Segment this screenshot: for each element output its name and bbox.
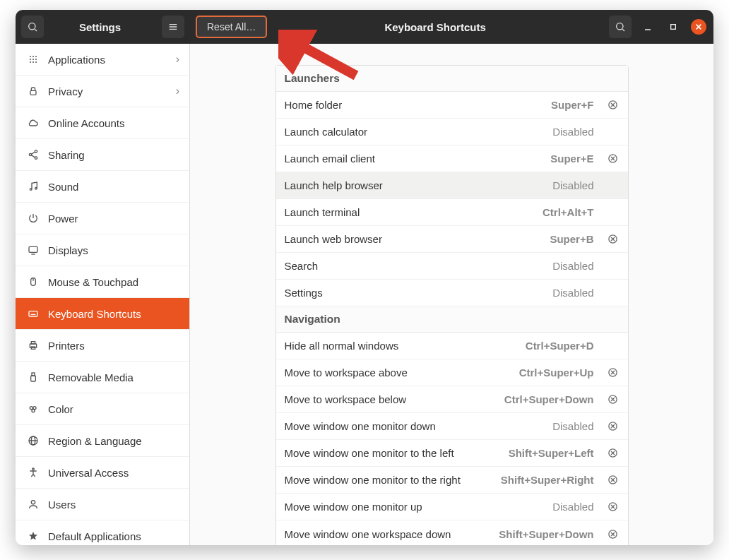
sidebar-item-label: Power [48,213,78,225]
svg-point-39 [30,407,32,410]
sidebar-item-label: Removable Media [48,371,134,383]
sidebar-item-privacy[interactable]: Privacy› [16,76,189,107]
shortcut-accelerator: Ctrl+Super+D [526,340,594,352]
svg-point-18 [32,61,34,63]
sidebar-item-displays[interactable]: Displays [16,234,189,266]
content-area[interactable]: LaunchersHome folderSuper+FLaunch calcul… [190,44,713,545]
palette-icon [25,403,41,415]
power-icon [25,213,41,224]
clear-shortcut-button[interactable] [607,233,620,246]
sidebar-item-label: Mouse & Touchpad [48,276,138,288]
sidebar-item-power[interactable]: Power [16,203,189,234]
shortcut-row[interactable]: Launch email clientSuper+E [276,145,628,172]
clear-shortcut-button[interactable] [607,99,620,112]
section-header: Navigation [276,306,628,333]
maximize-icon [668,21,679,32]
shortcut-row[interactable]: Move to workspace belowCtrl+Super+Down [276,386,628,413]
shortcut-row[interactable]: Move to workspace aboveCtrl+Super+Up [276,359,628,386]
shortcut-row[interactable]: Move window one monitor to the leftShift… [276,440,628,467]
settings-window: Settings Reset All… Keyboard Shortcuts [16,10,713,545]
shortcut-accelerator: Super+F [551,99,593,111]
mouse-icon [25,276,41,287]
sidebar-item-sharing[interactable]: Sharing [16,139,189,171]
clear-shortcut-button[interactable] [607,528,620,540]
svg-point-13 [35,56,37,57]
cloud-icon [25,117,41,129]
svg-point-14 [30,59,31,60]
svg-point-41 [32,410,35,412]
shortcut-row[interactable]: Launch terminalCtrl+Alt+T [276,199,628,226]
clear-shortcut-button[interactable] [607,367,620,379]
clear-shortcut-button[interactable] [607,393,620,406]
svg-point-40 [33,407,36,410]
sidebar-item-sound[interactable]: Sound [16,171,189,203]
sidebar-item-label: Displays [48,244,88,256]
shortcut-accelerator: Disabled [552,179,593,191]
hamburger-icon [167,21,179,32]
minimize-button[interactable] [640,19,656,35]
sidebar-item-label: Printers [48,340,85,352]
clear-shortcut-button[interactable] [607,501,620,513]
user-icon [25,499,41,510]
sidebar-item-mouse-touchpad[interactable]: Mouse & Touchpad [16,266,189,298]
sidebar-item-label: Color [48,403,73,415]
clear-shortcut-button[interactable] [607,153,620,165]
chevron-right-icon: › [176,85,179,97]
svg-line-6 [622,29,624,31]
shortcut-row[interactable]: SearchDisabled [276,253,628,280]
sidebar-item-label: Universal Access [48,467,129,479]
shortcut-row[interactable]: Launch calculatorDisabled [276,119,628,145]
svg-point-26 [30,189,32,191]
shortcut-row[interactable]: Launch help browserDisabled [276,172,628,199]
shortcut-row[interactable]: Move window one monitor downDisabled [276,413,628,440]
shortcut-label: Move to workspace below [285,393,504,405]
shortcut-row[interactable]: Move window one monitor upDisabled [276,494,628,520]
minimize-icon [642,21,653,32]
search-button-left[interactable] [21,16,44,38]
sidebar-item-color[interactable]: Color [16,393,189,425]
shortcut-label: Hide all normal windows [285,340,526,352]
sidebar-item-universal-access[interactable]: Universal Access [16,457,189,489]
svg-line-25 [31,155,35,157]
svg-point-46 [31,501,35,504]
sidebar-item-users[interactable]: Users [16,489,189,520]
shortcut-label: Launch email client [285,153,551,165]
sidebar-item-region-language[interactable]: Region & Language [16,425,189,457]
shortcut-row[interactable]: Move window one monitor to the rightShif… [276,467,628,494]
sidebar-item-printers[interactable]: Printers [16,330,189,362]
svg-rect-20 [30,90,36,95]
chevron-right-icon: › [176,53,179,66]
clear-shortcut-button[interactable] [607,420,620,433]
shortcut-row[interactable]: Launch web browserSuper+B [276,226,628,253]
search-button-right[interactable] [609,16,632,38]
sidebar-item-online-accounts[interactable]: Online Accounts [16,107,189,139]
svg-point-12 [32,56,34,57]
svg-rect-32 [29,311,37,316]
usb-icon [25,371,41,383]
hamburger-button[interactable] [162,16,184,38]
clear-shortcut-button[interactable] [607,474,620,487]
reset-all-button[interactable]: Reset All… [196,16,267,38]
shortcut-accelerator: Ctrl+Super+Up [519,367,594,379]
sidebar-item-removable-media[interactable]: Removable Media [16,362,189,393]
maximize-button[interactable] [665,19,681,35]
sidebar-item-label: Region & Language [48,435,142,447]
shortcut-label: Launch web browser [285,233,550,245]
sidebar-item-default-applications[interactable]: Default Applications [16,520,189,545]
shortcut-label: Search [285,260,553,272]
svg-point-5 [617,23,623,30]
shortcut-row[interactable]: Move window one workspace downShift+Supe… [276,520,628,545]
close-button[interactable] [691,19,706,35]
shortcut-accelerator: Disabled [552,260,593,272]
clear-shortcut-button[interactable] [607,447,620,460]
svg-rect-8 [671,25,676,30]
sidebar-item-applications[interactable]: Applications› [16,44,189,76]
section-header: Launchers [276,66,628,92]
shortcut-row[interactable]: Home folderSuper+F [276,92,628,119]
shortcut-row[interactable]: SettingsDisabled [276,280,628,306]
music-icon [25,181,41,192]
shortcut-row[interactable]: Hide all normal windowsCtrl+Super+D [276,333,628,359]
shortcut-label: Launch help browser [285,179,553,191]
page-title: Keyboard Shortcuts [267,21,603,33]
sidebar-item-keyboard-shortcuts[interactable]: Keyboard Shortcuts [16,298,189,330]
